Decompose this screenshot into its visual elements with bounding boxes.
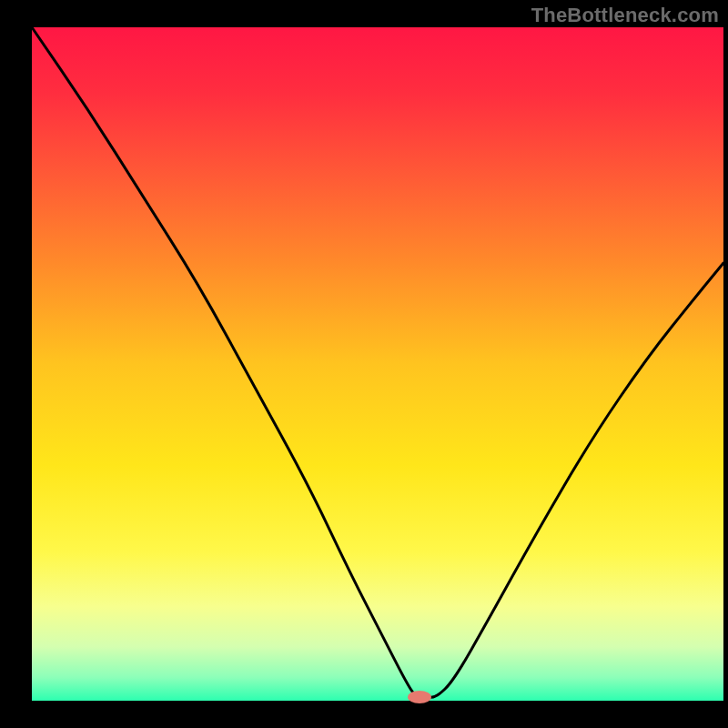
- plot-background: [32, 27, 723, 701]
- marker-point: [408, 691, 431, 703]
- bottleneck-chart: [0, 0, 728, 728]
- watermark-text: TheBottleneck.com: [531, 4, 719, 27]
- chart-frame: TheBottleneck.com: [0, 0, 728, 728]
